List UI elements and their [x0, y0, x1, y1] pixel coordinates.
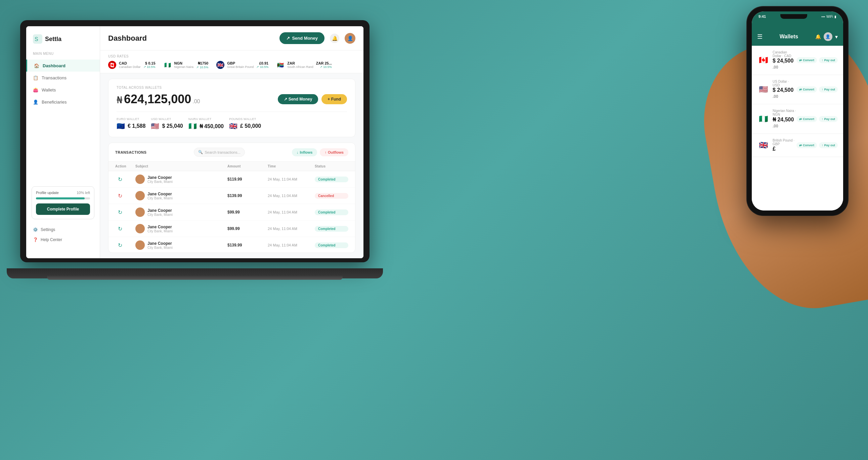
subject-name: Jane Cooper	[148, 208, 173, 213]
notification-bell[interactable]: 🔔	[330, 34, 339, 43]
main-menu-label: Main Menu	[26, 52, 100, 59]
subject-name: Jane Cooper	[148, 241, 173, 246]
payout-icon-3: ↑	[822, 117, 823, 121]
sub-wallet-euro-label: EURO WALLET	[117, 117, 146, 121]
subject-avatar	[135, 191, 145, 200]
tx-time: 24 May, 11:04 AM	[268, 210, 315, 214]
sub-wallet-euro-amount: 🇪🇺 € 1,588	[117, 122, 146, 130]
subject-details: Jane Cooper City Bank, Miami	[148, 225, 173, 233]
phone-avatar[interactable]: 👤	[824, 32, 832, 41]
usd-payout-button[interactable]: ↑ Pay out	[819, 86, 838, 92]
usd-wallet-cents: .00	[773, 94, 778, 99]
rate-cad-value: $ 0.15 ↗ 10.5%	[144, 61, 156, 68]
action-icon-cancel: ↻	[115, 191, 125, 200]
send-money-button-2[interactable]: ↗ Send Money	[278, 94, 318, 104]
nav-wallets[interactable]: 👛 Wallets	[26, 84, 100, 96]
svg-text:S: S	[35, 36, 38, 42]
action-icon-send: ↻	[115, 207, 125, 217]
ngn-wallet-balance: ₦ 24,500 .00	[773, 116, 797, 129]
ngn-convert-button[interactable]: ⇄ Convert	[797, 116, 817, 122]
subject-bank: City Bank, Miami	[148, 246, 173, 250]
wallet-summary-label: TOTAL ACROSS WALLETS	[117, 86, 347, 89]
convert-label-2: Convert	[803, 88, 814, 91]
payout-label: Pay out	[824, 58, 835, 62]
ngn-wallet-name: Nigerian Naira · NGN	[773, 109, 797, 116]
profile-update-label: Profile update	[36, 191, 59, 195]
gbp-payout-button[interactable]: ↑ Pay out	[819, 142, 838, 148]
rate-zar: 🇿🇦 ZAR South African Rand ZAR 25... ↗ 10…	[276, 61, 332, 69]
filter-outflows-button[interactable]: ↑ Outflows	[320, 148, 348, 156]
phone-frame: 9:41 ▪▪▪ WiFi ▮ ☰ Wallets 🔔 👤 ▾	[747, 7, 848, 215]
subject-avatar	[135, 224, 145, 233]
tx-amount: $99.99	[227, 226, 268, 231]
subject-bank: City Bank, Miami	[148, 196, 173, 200]
nav-dashboard[interactable]: 🏠 Dashboard	[26, 59, 100, 71]
action-icon-send: ↻	[115, 174, 125, 184]
transactions-icon: 📋	[33, 75, 38, 80]
convert-label-4: Convert	[803, 144, 814, 147]
outflows-label: Outflows	[328, 150, 344, 154]
filter-inflows-button[interactable]: ↓ Inflows	[292, 148, 317, 156]
top-bar-right: ↗ Send Money 🔔 👤	[279, 32, 355, 44]
table-row: ↻ Jane Cooper City Bank, Miami $139.99 2…	[108, 188, 355, 204]
cad-convert-button[interactable]: ⇄ Convert	[797, 57, 817, 63]
user-avatar[interactable]: 👤	[345, 33, 355, 44]
sub-wallet-euro: EURO WALLET 🇪🇺 € 1,588	[117, 117, 146, 130]
search-bar[interactable]: 🔍 Search transactions...	[194, 148, 245, 157]
rate-zar-change: ↗ 10.5%	[320, 65, 332, 68]
tx-amount: $99.99	[227, 210, 268, 214]
tx-time: 24 May, 11:04 AM	[268, 243, 315, 247]
subject-info: Jane Cooper City Bank, Miami	[135, 191, 227, 200]
send-money-button[interactable]: ↗ Send Money	[279, 32, 324, 44]
phone-menu-icon[interactable]: ☰	[757, 33, 763, 40]
convert-icon: ⇄	[799, 58, 802, 62]
col-time: Time	[268, 165, 315, 168]
rate-cad-name: Canadian Dollar	[119, 65, 141, 68]
rate-ngn-value: ₦1750 ↗ 10.5%	[196, 61, 208, 69]
nav-beneficiaries[interactable]: 👤 Beneficiaries	[26, 96, 100, 108]
table-row: ↻ Jane Cooper City Bank, Miami $99.99 24…	[108, 221, 355, 237]
tx-time: 24 May, 11:04 AM	[268, 177, 315, 181]
convert-icon-3: ⇄	[799, 117, 802, 121]
flag-gb: 🇬🇧	[216, 61, 224, 69]
cad-payout-button[interactable]: ↑ Pay out	[819, 57, 838, 63]
rate-cad-change: ↗ 10.5%	[144, 65, 156, 68]
wallet-summary: TOTAL ACROSS WALLETS ₦ 624,125,000 .00 ↗…	[108, 79, 355, 137]
signal-icon: ▪▪▪	[821, 15, 825, 19]
ngn-payout-button[interactable]: ↑ Pay out	[819, 116, 838, 122]
sub-wallets: EURO WALLET 🇪🇺 € 1,588 USD WALLET 🇺🇸 $ 2…	[117, 112, 347, 130]
usd-convert-button[interactable]: ⇄ Convert	[797, 86, 817, 92]
sub-wallet-usd-amount: 🇺🇸 $ 25,040	[151, 122, 183, 130]
nav-help[interactable]: ❓ Help Center	[32, 235, 94, 245]
status-badge-cancelled: Cancelled	[315, 193, 348, 199]
sub-wallet-usd: USD WALLET 🇺🇸 $ 25,040	[151, 117, 183, 130]
profile-update-percent: 10% left	[76, 191, 90, 195]
nav-transactions[interactable]: 📋 Transactions	[26, 71, 100, 84]
phone-wallet-usd: 🇺🇸 US Dollar · USD $ 24,500 .00 ⇄ Conver…	[752, 75, 843, 104]
phone-header-right: 🔔 👤 ▾	[815, 32, 838, 41]
fund-button[interactable]: + Fund	[321, 94, 347, 104]
payout-label-2: Pay out	[824, 88, 835, 91]
gbp-convert-button[interactable]: ⇄ Convert	[797, 142, 817, 148]
convert-icon-4: ⇄	[799, 144, 802, 147]
phone-wallet-cad: 🇨🇦 Canadian Dollar · CAD $ 24,500 .00 ⇄ …	[752, 46, 843, 75]
rate-gbp-change: ↗ 10.5%	[256, 65, 269, 68]
flag-za: 🇿🇦	[276, 61, 284, 69]
sidebar-bottom: Profile update 10% left Complete Profile…	[26, 181, 100, 250]
subject-bank: City Bank, Miami	[148, 229, 173, 233]
laptop-foot	[47, 276, 343, 280]
phone-bell-icon[interactable]: 🔔	[815, 34, 821, 39]
send-icon-2: ↗	[284, 97, 287, 102]
rate-ngn-name: Nigerian Naira	[174, 65, 194, 68]
rates-section: USD RATES 🇨🇦 CAD Canadian Dollar $ 0.15 …	[100, 51, 364, 73]
ngn-flag-circle: 🇳🇬	[757, 113, 769, 125]
search-placeholder: Search transactions...	[205, 150, 241, 154]
col-subject: Subject	[135, 165, 227, 168]
phone-wallet-ngn: 🇳🇬 Nigerian Naira · NGN ₦ 24,500 .00 ⇄ C…	[752, 104, 843, 134]
payout-icon-2: ↑	[822, 88, 823, 91]
complete-profile-button[interactable]: Complete Profile	[36, 203, 90, 215]
ngn-wallet-actions: ⇄ Convert ↑ Pay out	[797, 116, 838, 122]
nav-settings[interactable]: ⚙️ Settings	[32, 225, 94, 235]
gbp-wallet-info: British Pound · GBP £	[773, 139, 797, 152]
status-badge-completed: Completed	[315, 242, 348, 248]
